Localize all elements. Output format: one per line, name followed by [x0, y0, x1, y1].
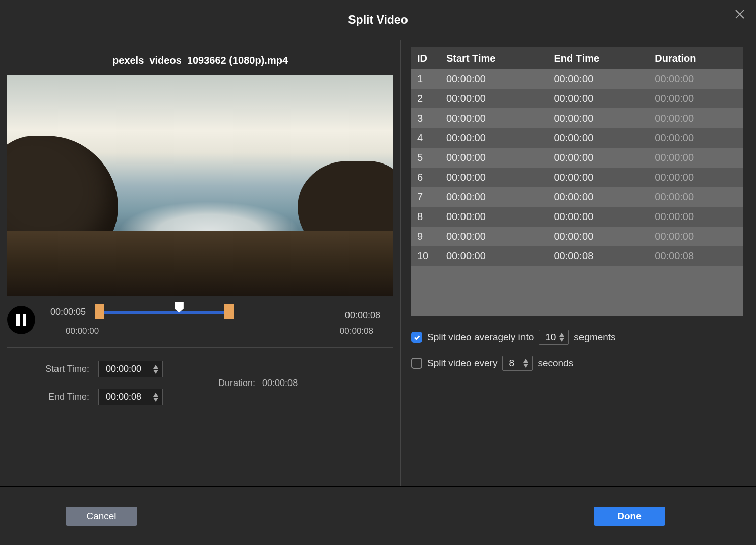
opt1-post: segments: [574, 332, 615, 343]
cell-start: 00:00:00: [440, 69, 548, 89]
cell-id: 4: [411, 128, 440, 148]
duration-value: 00:00:08: [262, 378, 298, 389]
table-row[interactable]: 900:00:0000:00:0000:00:00: [411, 227, 743, 246]
checkbox-split-seconds[interactable]: [411, 358, 422, 369]
pause-icon: [16, 314, 26, 326]
cell-duration: 00:00:00: [649, 148, 743, 168]
stepper-icon[interactable]: [153, 365, 158, 374]
right-panel: ID Start Time End Time Duration 100:00:0…: [401, 40, 756, 486]
cell-start: 00:00:00: [440, 246, 548, 266]
table-row[interactable]: 100:00:0000:00:0000:00:00: [411, 69, 743, 89]
cell-duration: 00:00:00: [649, 207, 743, 227]
table-row[interactable]: 700:00:0000:00:0000:00:00: [411, 187, 743, 207]
start-time-label: Start Time:: [45, 364, 89, 374]
range-start-label: 00:00:00: [66, 326, 99, 336]
col-duration: Duration: [649, 47, 743, 69]
duration-label: Duration:: [218, 378, 255, 389]
cell-end: 00:00:00: [548, 108, 649, 128]
dialog-content: pexels_videos_1093662 (1080p).mp4 00:00:…: [0, 40, 756, 486]
cell-duration: 00:00:00: [649, 108, 743, 128]
cell-start: 00:00:00: [440, 108, 548, 128]
table-empty-area: [411, 266, 743, 316]
cell-start: 00:00:00: [440, 128, 548, 148]
preview-art: [7, 231, 393, 296]
cell-duration: 00:00:08: [649, 246, 743, 266]
opt1-pre: Split video averagely into: [427, 332, 534, 343]
cell-end: 00:00:00: [548, 187, 649, 207]
cell-duration: 00:00:00: [649, 128, 743, 148]
cell-id: 6: [411, 168, 440, 187]
start-time-input[interactable]: 00:00:00: [98, 361, 163, 377]
cell-end: 00:00:00: [548, 128, 649, 148]
segments-count-input[interactable]: 10: [539, 330, 569, 345]
col-start: Start Time: [440, 47, 548, 69]
timeline-track[interactable]: [97, 311, 231, 314]
end-time-value: 00:00:08: [106, 392, 150, 402]
table-row[interactable]: 300:00:0000:00:0000:00:00: [411, 108, 743, 128]
cell-id: 5: [411, 148, 440, 168]
range-start-handle[interactable]: [95, 304, 104, 319]
cell-end: 00:00:00: [548, 207, 649, 227]
current-time: 00:00:05: [50, 307, 93, 317]
cell-start: 00:00:00: [440, 187, 548, 207]
cell-end: 00:00:00: [548, 168, 649, 187]
cell-id: 10: [411, 246, 440, 266]
dialog-header: Split Video: [0, 0, 756, 40]
checkbox-split-even[interactable]: [411, 332, 422, 343]
seconds-input[interactable]: 8: [502, 356, 533, 371]
timeline: 00:00:05 00:00:08 00:00:00 00:00:08: [50, 303, 393, 336]
cell-id: 2: [411, 89, 440, 108]
cell-start: 00:00:00: [440, 168, 548, 187]
close-button[interactable]: [734, 8, 746, 20]
stepper-icon[interactable]: [523, 359, 528, 368]
total-time: 00:00:08: [236, 303, 393, 321]
cell-duration: 00:00:00: [649, 89, 743, 108]
cell-duration: 00:00:00: [649, 168, 743, 187]
option-split-seconds: Split video every 8 seconds: [411, 356, 743, 371]
done-button[interactable]: Done: [594, 507, 665, 526]
playhead[interactable]: [175, 302, 184, 313]
table-row[interactable]: 500:00:0000:00:0000:00:00: [411, 148, 743, 168]
cell-end: 00:00:00: [548, 227, 649, 246]
close-icon: [734, 8, 746, 20]
cell-id: 1: [411, 69, 440, 89]
option-split-even: Split video averagely into 10 segments: [411, 330, 743, 345]
cell-end: 00:00:00: [548, 148, 649, 168]
segments-count-value: 10: [545, 332, 556, 343]
range-end-label: 00:00:08: [340, 326, 373, 336]
split-video-dialog: Split Video pexels_videos_1093662 (1080p…: [0, 0, 756, 545]
cancel-button[interactable]: Cancel: [66, 507, 137, 526]
cell-end: 00:00:00: [548, 89, 649, 108]
pause-button[interactable]: [7, 306, 35, 334]
start-time-value: 00:00:00: [106, 364, 150, 374]
opt2-post: seconds: [538, 358, 573, 369]
table-row[interactable]: 400:00:0000:00:0000:00:00: [411, 128, 743, 148]
cell-id: 8: [411, 207, 440, 227]
playback-controls: 00:00:05 00:00:08 00:00:00 00:00:08: [7, 303, 393, 348]
col-end: End Time: [548, 47, 649, 69]
end-time-label: End Time:: [45, 392, 89, 402]
col-id: ID: [411, 47, 440, 69]
table-row[interactable]: 1000:00:0000:00:0800:00:08: [411, 246, 743, 266]
video-filename: pexels_videos_1093662 (1080p).mp4: [7, 54, 393, 66]
video-preview[interactable]: [7, 75, 393, 296]
cell-id: 7: [411, 187, 440, 207]
range-end-handle[interactable]: [224, 304, 234, 319]
dialog-footer: Cancel Done: [0, 486, 756, 545]
cell-id: 3: [411, 108, 440, 128]
cell-end: 00:00:00: [548, 69, 649, 89]
left-panel: pexels_videos_1093662 (1080p).mp4 00:00:…: [0, 40, 401, 486]
end-time-input[interactable]: 00:00:08: [98, 389, 163, 405]
time-inputs: Start Time: 00:00:00 End Time: 00:00:08: [7, 348, 393, 418]
stepper-icon[interactable]: [153, 393, 158, 402]
cell-duration: 00:00:00: [649, 227, 743, 246]
cell-duration: 00:00:00: [649, 187, 743, 207]
stepper-icon[interactable]: [559, 333, 564, 342]
cell-id: 9: [411, 227, 440, 246]
table-row[interactable]: 600:00:0000:00:0000:00:00: [411, 168, 743, 187]
duration-display: Duration: 00:00:08: [218, 378, 298, 389]
table-row[interactable]: 200:00:0000:00:0000:00:00: [411, 89, 743, 108]
table-row[interactable]: 800:00:0000:00:0000:00:00: [411, 207, 743, 227]
cell-start: 00:00:00: [440, 207, 548, 227]
split-options: Split video averagely into 10 segments S…: [411, 330, 743, 382]
